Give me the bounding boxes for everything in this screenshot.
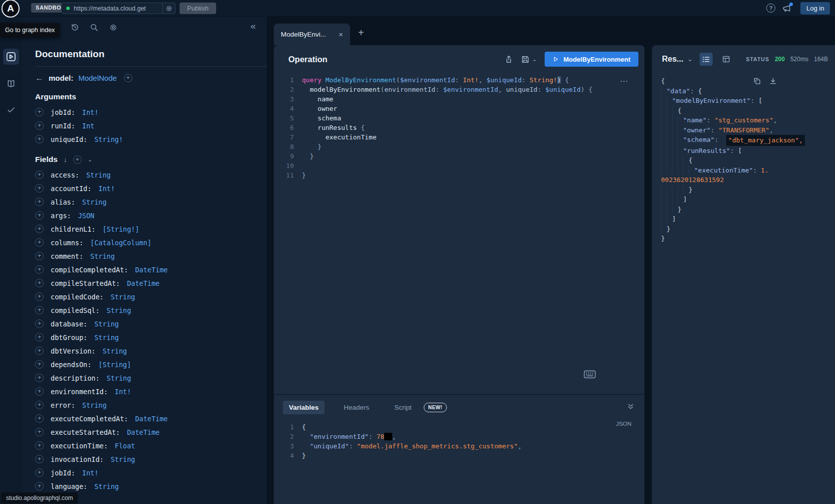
field-type-link[interactable]: Int <box>82 122 94 130</box>
variables-tab-variables[interactable]: Variables <box>283 401 324 414</box>
doc-field-row[interactable]: +error: String <box>35 398 267 412</box>
code-line[interactable]: 6 runResults { <box>274 123 644 132</box>
collapse-variables-icon[interactable] <box>627 403 634 410</box>
breadcrumb-type-link[interactable]: ModelNode <box>78 74 117 82</box>
collapse-panel-icon[interactable]: « <box>250 21 256 31</box>
tab-close-icon[interactable]: × <box>339 31 343 38</box>
field-type-link[interactable]: String <box>111 293 135 301</box>
field-type-link[interactable]: [String] <box>98 361 131 369</box>
code-line[interactable]: 5 schema <box>274 113 644 123</box>
field-type-link[interactable]: String <box>102 347 127 355</box>
doc-field-row[interactable]: +dbtGroup: String <box>35 330 267 344</box>
add-to-query-icon[interactable]: + <box>35 374 44 382</box>
add-to-query-icon[interactable]: + <box>35 292 44 301</box>
field-type-link[interactable]: DateTime <box>127 428 159 436</box>
doc-field-row[interactable]: +columns: [CatalogColumn] <box>35 236 267 249</box>
add-to-query-icon[interactable]: + <box>35 306 44 314</box>
code-line[interactable]: 2 "environmentId": 7888, <box>274 432 644 441</box>
doc-field-row[interactable]: +childrenL1: [String!] <box>35 222 267 236</box>
field-type-link[interactable]: String <box>94 333 119 342</box>
add-to-query-icon[interactable]: + <box>35 171 44 179</box>
history-icon[interactable] <box>71 23 79 32</box>
field-type-link[interactable]: Int! <box>98 185 115 193</box>
field-type-link[interactable]: String <box>86 171 111 179</box>
save-chevron-icon[interactable]: ⌄ <box>532 57 537 62</box>
response-title[interactable]: Res... <box>662 55 684 64</box>
operation-options-icon[interactable]: ⋯ <box>620 77 628 85</box>
code-line[interactable]: 3 "uniqueId": "model.jaffle_shop_metrics… <box>274 441 644 451</box>
field-type-link[interactable]: String <box>82 198 107 206</box>
field-type-link[interactable]: String <box>94 482 119 490</box>
sort-fields-icon[interactable]: ↓ <box>64 156 67 163</box>
doc-field-row[interactable]: +executionTime: Float <box>35 439 267 452</box>
add-to-query-icon[interactable]: + <box>35 252 44 260</box>
doc-field-row[interactable]: +database: String <box>35 317 267 330</box>
code-line[interactable]: 8 } <box>274 142 644 151</box>
field-type-link[interactable]: DateTime <box>135 415 168 423</box>
doc-field-row[interactable]: +compileCompletedAt: DateTime <box>35 263 267 276</box>
add-to-query-icon[interactable]: + <box>35 198 44 206</box>
variables-editor[interactable]: 1{2 "environmentId": 7888,3 "uniqueId": … <box>274 422 644 460</box>
doc-field-row[interactable]: +executeCompletedAt: DateTime <box>35 412 267 425</box>
doc-field-row[interactable]: +jobId: Int! <box>35 105 267 119</box>
schema-book-icon[interactable] <box>3 76 19 92</box>
doc-field-row[interactable]: +uniqueId: String! <box>35 132 267 146</box>
doc-field-row[interactable]: +comment: String <box>35 249 267 263</box>
doc-field-row[interactable]: +description: String <box>35 371 267 385</box>
doc-field-row[interactable]: +runId: Int <box>35 119 267 132</box>
add-fields-chevron-icon[interactable]: ⌄ <box>88 157 92 162</box>
add-to-query-icon[interactable]: + <box>35 401 44 409</box>
field-type-link[interactable]: [String!] <box>102 225 139 233</box>
field-type-link[interactable]: String <box>107 306 131 314</box>
add-to-query-icon[interactable]: + <box>35 414 44 423</box>
code-line[interactable]: 3 name <box>274 94 644 104</box>
add-to-query-icon[interactable]: + <box>35 108 44 116</box>
add-to-query-icon[interactable]: + <box>35 441 44 450</box>
doc-field-row[interactable]: +compiledSql: String <box>35 303 267 317</box>
explorer-icon[interactable] <box>3 49 19 65</box>
code-line[interactable]: 4 owner <box>274 104 644 113</box>
code-line[interactable]: 11} <box>274 171 644 180</box>
help-icon[interactable]: ? <box>766 4 775 13</box>
keyboard-shortcuts-icon[interactable] <box>584 370 596 379</box>
add-to-query-icon[interactable]: + <box>35 265 44 274</box>
variables-tab-headers[interactable]: Headers <box>338 401 375 414</box>
doc-field-row[interactable]: +environmentId: Int! <box>35 385 267 398</box>
add-to-query-icon[interactable]: + <box>35 121 44 130</box>
code-line[interactable]: 10 <box>274 161 644 171</box>
code-line[interactable]: 1{ <box>274 422 644 432</box>
add-to-query-icon[interactable]: + <box>35 387 44 396</box>
doc-field-row[interactable]: +invocationId: String <box>35 452 267 466</box>
new-tab-icon[interactable]: + <box>358 28 364 38</box>
add-to-query-icon[interactable]: + <box>35 333 44 342</box>
code-line[interactable]: 9 } <box>274 151 644 161</box>
doc-field-row[interactable]: +language: String <box>35 479 267 493</box>
endpoint-url-text[interactable]: https://metadata.cloud.get <box>74 5 162 12</box>
code-line[interactable]: 2 modelByEnvironment(environmentId: $env… <box>274 85 644 94</box>
add-to-query-icon[interactable]: + <box>35 347 44 355</box>
field-type-link[interactable]: DateTime <box>135 266 168 274</box>
add-all-fields-icon[interactable]: + <box>73 155 82 164</box>
apollo-logo[interactable]: A <box>2 0 20 18</box>
add-to-query-icon[interactable]: + <box>35 428 44 436</box>
run-operation-button[interactable]: ModelByEnvironment <box>545 52 638 67</box>
field-type-link[interactable]: DateTime <box>127 279 159 287</box>
copy-response-icon[interactable] <box>753 77 761 85</box>
search-icon[interactable] <box>90 23 98 32</box>
variables-tab-script[interactable]: Script <box>388 401 418 414</box>
code-line[interactable]: 7 executionTime <box>274 132 644 142</box>
login-button[interactable]: Log in <box>800 2 830 15</box>
response-format-table-button[interactable] <box>720 53 733 66</box>
share-icon[interactable] <box>505 55 513 64</box>
field-type-link[interactable]: String <box>94 320 119 328</box>
add-to-query-icon[interactable]: + <box>35 482 44 490</box>
doc-field-row[interactable]: +compileStartedAt: DateTime <box>35 276 267 290</box>
tab-modelbyenvironment[interactable]: ModelByEnvi... × <box>274 24 350 45</box>
field-type-link[interactable]: Int! <box>82 469 99 477</box>
connection-settings-icon[interactable] <box>162 3 175 14</box>
checklist-icon[interactable] <box>3 102 19 118</box>
field-type-link[interactable]: String <box>111 455 135 463</box>
announcements-icon[interactable] <box>782 4 791 13</box>
doc-field-row[interactable]: +accountId: Int! <box>35 182 267 195</box>
doc-field-row[interactable]: +jobId: Int! <box>35 466 267 479</box>
